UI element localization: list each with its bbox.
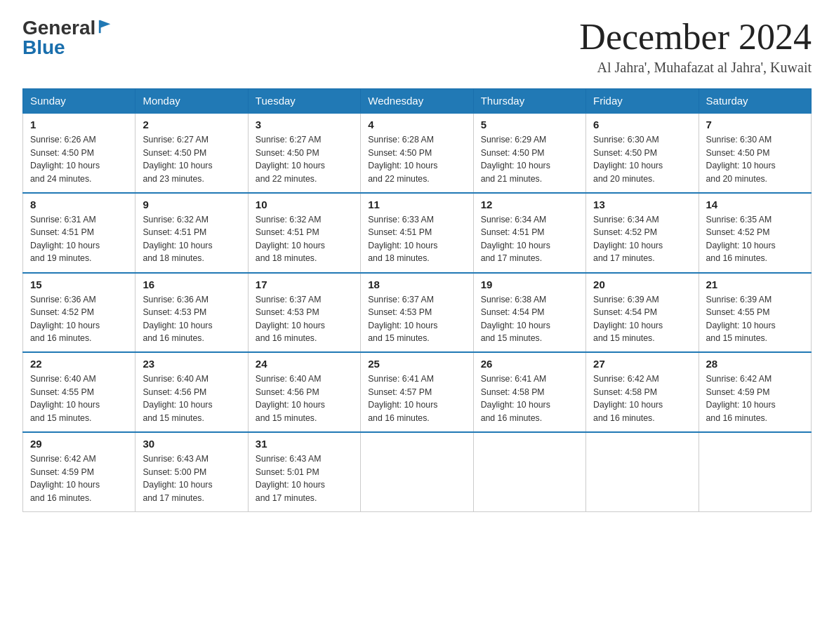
day-info: Sunrise: 6:35 AMSunset: 4:52 PMDaylight:… [706,213,804,265]
weekday-header-thursday: Thursday [473,89,585,114]
day-number: 16 [143,279,240,290]
day-info: Sunrise: 6:26 AMSunset: 4:50 PMDaylight:… [30,133,128,185]
day-number: 3 [256,119,353,130]
day-info: Sunrise: 6:27 AMSunset: 4:50 PMDaylight:… [143,133,240,185]
logo-blue-text: Blue [22,36,113,59]
calendar-cell: 23Sunrise: 6:40 AMSunset: 4:56 PMDayligh… [135,352,248,432]
calendar-cell [699,432,811,511]
day-info: Sunrise: 6:37 AMSunset: 4:53 PMDaylight:… [256,293,353,345]
day-number: 1 [30,119,128,130]
day-number: 12 [481,199,578,210]
month-title: December 2024 [579,17,812,57]
day-number: 30 [143,438,240,450]
day-number: 27 [593,358,691,370]
day-info: Sunrise: 6:36 AMSunset: 4:52 PMDaylight:… [30,293,128,345]
day-number: 22 [30,358,128,370]
day-number: 18 [368,279,465,290]
day-info: Sunrise: 6:37 AMSunset: 4:53 PMDaylight:… [368,293,465,345]
day-info: Sunrise: 6:43 AMSunset: 5:01 PMDaylight:… [256,452,353,504]
day-number: 9 [143,199,240,210]
title-block: December 2024 Al Jahra', Muhafazat al Ja… [579,17,812,76]
day-number: 24 [256,358,353,370]
logo-flag-icon [98,19,113,37]
calendar-cell: 13Sunrise: 6:34 AMSunset: 4:52 PMDayligh… [586,193,699,273]
day-info: Sunrise: 6:36 AMSunset: 4:53 PMDaylight:… [143,293,240,345]
day-info: Sunrise: 6:29 AMSunset: 4:50 PMDaylight:… [481,133,578,185]
calendar-cell [473,432,585,511]
day-info: Sunrise: 6:27 AMSunset: 4:50 PMDaylight:… [256,133,353,185]
calendar-cell: 2Sunrise: 6:27 AMSunset: 4:50 PMDaylight… [135,113,248,193]
calendar-cell [586,432,699,511]
day-info: Sunrise: 6:41 AMSunset: 4:57 PMDaylight:… [368,373,465,424]
day-number: 8 [30,199,128,210]
weekday-header-monday: Monday [135,89,248,114]
calendar-cell: 16Sunrise: 6:36 AMSunset: 4:53 PMDayligh… [135,273,248,353]
day-number: 7 [706,119,804,130]
calendar-cell: 28Sunrise: 6:42 AMSunset: 4:59 PMDayligh… [699,352,811,432]
day-number: 11 [368,199,465,210]
calendar-cell [361,432,473,511]
calendar-cell: 3Sunrise: 6:27 AMSunset: 4:50 PMDaylight… [248,113,360,193]
day-info: Sunrise: 6:28 AMSunset: 4:50 PMDaylight:… [368,133,465,185]
day-info: Sunrise: 6:30 AMSunset: 4:50 PMDaylight:… [593,133,691,185]
weekday-header-wednesday: Wednesday [361,89,473,114]
week-row-4: 22Sunrise: 6:40 AMSunset: 4:55 PMDayligh… [23,352,812,432]
calendar-cell: 30Sunrise: 6:43 AMSunset: 5:00 PMDayligh… [135,432,248,511]
day-number: 21 [706,279,804,290]
calendar-cell: 25Sunrise: 6:41 AMSunset: 4:57 PMDayligh… [361,352,473,432]
calendar-cell: 1Sunrise: 6:26 AMSunset: 4:50 PMDaylight… [23,113,135,193]
calendar-cell: 15Sunrise: 6:36 AMSunset: 4:52 PMDayligh… [23,273,135,353]
weekday-header-tuesday: Tuesday [248,89,360,114]
logo: General Blue [22,17,113,59]
calendar-cell: 12Sunrise: 6:34 AMSunset: 4:51 PMDayligh… [473,193,585,273]
weekday-header-friday: Friday [586,89,699,114]
page-header: General Blue December 2024 Al Jahra', Mu… [22,17,812,76]
day-info: Sunrise: 6:31 AMSunset: 4:51 PMDaylight:… [30,213,128,265]
calendar-cell: 17Sunrise: 6:37 AMSunset: 4:53 PMDayligh… [248,273,360,353]
day-number: 13 [593,199,691,210]
calendar-cell: 9Sunrise: 6:32 AMSunset: 4:51 PMDaylight… [135,193,248,273]
day-number: 15 [30,279,128,290]
calendar-cell: 24Sunrise: 6:40 AMSunset: 4:56 PMDayligh… [248,352,360,432]
calendar-cell: 14Sunrise: 6:35 AMSunset: 4:52 PMDayligh… [699,193,811,273]
day-info: Sunrise: 6:30 AMSunset: 4:50 PMDaylight:… [706,133,804,185]
calendar-cell: 22Sunrise: 6:40 AMSunset: 4:55 PMDayligh… [23,352,135,432]
day-info: Sunrise: 6:32 AMSunset: 4:51 PMDaylight:… [256,213,353,265]
day-info: Sunrise: 6:39 AMSunset: 4:54 PMDaylight:… [593,293,691,345]
day-info: Sunrise: 6:34 AMSunset: 4:52 PMDaylight:… [593,213,691,265]
week-row-1: 1Sunrise: 6:26 AMSunset: 4:50 PMDaylight… [23,113,812,193]
calendar-cell: 11Sunrise: 6:33 AMSunset: 4:51 PMDayligh… [361,193,473,273]
day-info: Sunrise: 6:38 AMSunset: 4:54 PMDaylight:… [481,293,578,345]
day-number: 2 [143,119,240,130]
day-info: Sunrise: 6:42 AMSunset: 4:59 PMDaylight:… [30,452,128,504]
day-info: Sunrise: 6:40 AMSunset: 4:56 PMDaylight:… [143,373,240,424]
day-info: Sunrise: 6:42 AMSunset: 4:59 PMDaylight:… [706,373,804,424]
day-number: 25 [368,358,465,370]
day-number: 14 [706,199,804,210]
calendar-cell: 21Sunrise: 6:39 AMSunset: 4:55 PMDayligh… [699,273,811,353]
day-info: Sunrise: 6:32 AMSunset: 4:51 PMDaylight:… [143,213,240,265]
week-row-5: 29Sunrise: 6:42 AMSunset: 4:59 PMDayligh… [23,432,812,511]
calendar-cell: 19Sunrise: 6:38 AMSunset: 4:54 PMDayligh… [473,273,585,353]
day-info: Sunrise: 6:40 AMSunset: 4:55 PMDaylight:… [30,373,128,424]
calendar-cell: 4Sunrise: 6:28 AMSunset: 4:50 PMDaylight… [361,113,473,193]
day-number: 20 [593,279,691,290]
calendar-cell: 26Sunrise: 6:41 AMSunset: 4:58 PMDayligh… [473,352,585,432]
day-number: 26 [481,358,578,370]
calendar-cell: 29Sunrise: 6:42 AMSunset: 4:59 PMDayligh… [23,432,135,511]
week-row-3: 15Sunrise: 6:36 AMSunset: 4:52 PMDayligh… [23,273,812,353]
day-info: Sunrise: 6:41 AMSunset: 4:58 PMDaylight:… [481,373,578,424]
calendar-cell: 27Sunrise: 6:42 AMSunset: 4:58 PMDayligh… [586,352,699,432]
day-number: 10 [256,199,353,210]
calendar-cell: 31Sunrise: 6:43 AMSunset: 5:01 PMDayligh… [248,432,360,511]
day-number: 6 [593,119,691,130]
week-row-2: 8Sunrise: 6:31 AMSunset: 4:51 PMDaylight… [23,193,812,273]
day-number: 29 [30,438,128,450]
calendar-cell: 20Sunrise: 6:39 AMSunset: 4:54 PMDayligh… [586,273,699,353]
calendar-cell: 18Sunrise: 6:37 AMSunset: 4:53 PMDayligh… [361,273,473,353]
day-info: Sunrise: 6:33 AMSunset: 4:51 PMDaylight:… [368,213,465,265]
day-number: 5 [481,119,578,130]
weekday-header-row: SundayMondayTuesdayWednesdayThursdayFrid… [23,89,812,114]
calendar-table: SundayMondayTuesdayWednesdayThursdayFrid… [22,88,812,512]
location-subtitle: Al Jahra', Muhafazat al Jahra', Kuwait [579,60,812,76]
